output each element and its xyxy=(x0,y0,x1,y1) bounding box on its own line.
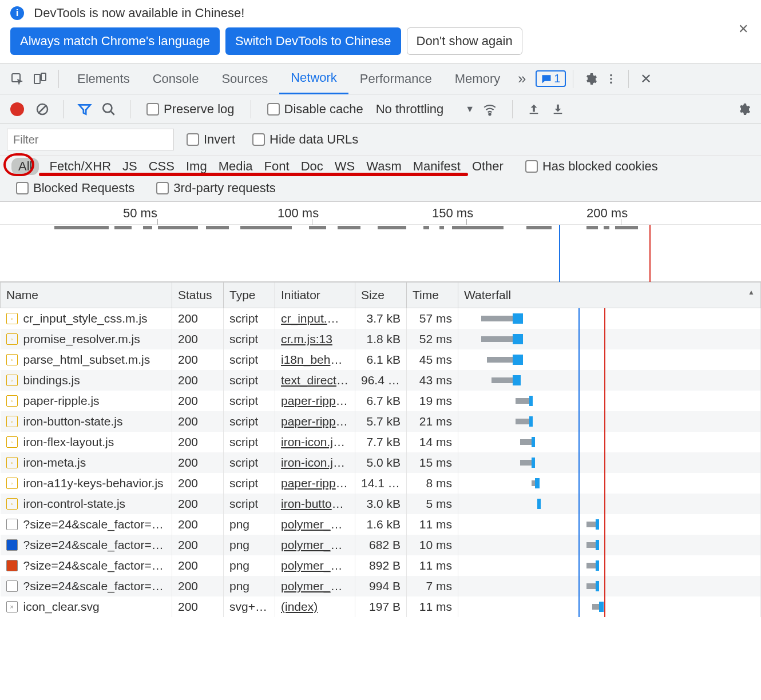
always-match-button[interactable]: Always match Chrome's language xyxy=(10,27,220,55)
col-status[interactable]: Status xyxy=(172,283,224,308)
console-message-badge[interactable]: 1 xyxy=(536,70,566,87)
hide-data-urls-checkbox[interactable]: Hide data URLs xyxy=(252,132,358,147)
tab-console[interactable]: Console xyxy=(141,63,211,94)
request-row[interactable]: ?size=24&scale_factor=…200pngpolymer_bu…… xyxy=(1,514,761,535)
initiator-link[interactable]: polymer_bu… xyxy=(281,579,355,592)
infobar-close-icon[interactable]: ✕ xyxy=(738,22,748,37)
request-status: 200 xyxy=(172,391,224,411)
filter-chip-media[interactable]: Media xyxy=(217,158,254,175)
clear-button[interactable] xyxy=(35,102,49,116)
request-size: 682 B xyxy=(355,535,407,555)
col-initiator[interactable]: Initiator xyxy=(275,283,355,308)
timeline-overview[interactable]: 50 ms100 ms150 ms200 ms xyxy=(0,202,761,282)
request-row[interactable]: ?size=24&scale_factor=…200pngpolymer_bu…… xyxy=(1,555,761,576)
col-size[interactable]: Size xyxy=(355,283,407,308)
col-type[interactable]: Type xyxy=(224,283,275,308)
export-har-icon[interactable] xyxy=(552,103,564,116)
request-status: 200 xyxy=(172,576,224,596)
dont-show-button[interactable]: Don't show again xyxy=(407,27,522,55)
request-row[interactable]: ◦iron-button-state.js200scriptpaper-ripp… xyxy=(1,411,761,432)
initiator-link[interactable]: paper-ripple… xyxy=(281,394,355,407)
waterfall-cell xyxy=(458,596,761,617)
initiator-link[interactable]: text_directio… xyxy=(281,373,355,387)
request-row[interactable]: ◦parse_html_subset.m.js200scripti18n_beh… xyxy=(1,349,761,370)
request-row[interactable]: ◦iron-meta.js200scriptiron-icon.js:135.0… xyxy=(1,452,761,473)
request-row[interactable]: ◦promise_resolver.m.js200scriptcr.m.js:1… xyxy=(1,329,761,349)
filter-chip-fetchxhr[interactable]: Fetch/XHR xyxy=(48,158,112,175)
request-row[interactable]: ×icon_clear.svg200svg+x…(index)197 B11 m… xyxy=(1,596,761,617)
search-icon[interactable] xyxy=(101,102,116,117)
request-row[interactable]: ◦iron-a11y-keys-behavior.js200scriptpape… xyxy=(1,473,761,494)
svg-point-10 xyxy=(489,113,491,115)
initiator-link[interactable]: polymer_bu… xyxy=(281,559,355,572)
initiator-link[interactable]: polymer_bu… xyxy=(281,538,355,551)
request-row[interactable]: ◦iron-flex-layout.js200scriptiron-icon.j… xyxy=(1,432,761,452)
file-type-icon: ◦ xyxy=(6,478,18,489)
filter-chip-wasm[interactable]: Wasm xyxy=(365,158,403,175)
filter-chip-font[interactable]: Font xyxy=(263,158,291,175)
initiator-link[interactable]: paper-ripple… xyxy=(281,476,355,490)
file-type-icon xyxy=(6,560,18,571)
has-blocked-cookies-checkbox[interactable]: Has blocked cookies xyxy=(525,159,658,174)
tabs-overflow-icon[interactable]: » xyxy=(512,70,532,88)
initiator-link[interactable]: iron-icon.js:11 xyxy=(281,435,355,448)
request-row[interactable]: ◦iron-control-state.js200scriptiron-butt… xyxy=(1,494,761,514)
network-settings-icon[interactable] xyxy=(737,102,751,116)
inspect-icon[interactable] xyxy=(7,69,27,89)
request-row[interactable]: ?size=24&scale_factor=…200pngpolymer_bu…… xyxy=(1,576,761,596)
initiator-link[interactable]: cr.m.js:13 xyxy=(281,332,332,345)
filter-chip-css[interactable]: CSS xyxy=(148,158,176,175)
third-party-checkbox[interactable]: 3rd-party requests xyxy=(156,181,276,196)
filter-chip-doc[interactable]: Doc xyxy=(300,158,324,175)
tab-sources[interactable]: Sources xyxy=(210,63,279,94)
initiator-link[interactable]: iron-icon.js:13 xyxy=(281,456,355,469)
import-har-icon[interactable] xyxy=(528,103,540,116)
filter-input[interactable] xyxy=(7,129,174,150)
request-row[interactable]: ?size=24&scale_factor=…200pngpolymer_bu…… xyxy=(1,535,761,555)
tab-memory[interactable]: Memory xyxy=(443,63,512,94)
initiator-link[interactable]: (index) xyxy=(281,600,318,613)
filter-chip-all[interactable]: All xyxy=(11,158,39,175)
filter-chip-img[interactable]: Img xyxy=(185,158,208,175)
request-status: 200 xyxy=(172,452,224,473)
request-type: script xyxy=(224,452,275,473)
initiator-link[interactable]: polymer_bu… xyxy=(281,518,355,531)
close-devtools-icon[interactable]: ✕ xyxy=(636,69,656,89)
settings-icon[interactable] xyxy=(580,69,601,89)
filter-chip-manifest[interactable]: Manifest xyxy=(412,158,462,175)
invert-checkbox[interactable]: Invert xyxy=(187,132,235,147)
record-button[interactable] xyxy=(10,102,24,116)
network-conditions-icon[interactable] xyxy=(482,102,497,117)
col-waterfall[interactable]: Waterfall xyxy=(458,283,761,308)
request-row[interactable]: ◦bindings.js200scripttext_directio…96.4 … xyxy=(1,370,761,391)
request-status: 200 xyxy=(172,349,224,370)
col-time[interactable]: Time xyxy=(407,283,458,308)
request-row[interactable]: ◦cr_input_style_css.m.js200scriptcr_inpu… xyxy=(1,308,761,329)
disable-cache-checkbox[interactable]: Disable cache xyxy=(267,102,363,117)
filter-row: Invert Hide data URLs xyxy=(0,124,761,156)
initiator-link[interactable]: cr_input.m.js… xyxy=(281,312,355,325)
preserve-log-checkbox[interactable]: Preserve log xyxy=(146,102,235,117)
throttling-select[interactable]: No throttling ▼ xyxy=(376,102,474,117)
request-name: iron-control-state.js xyxy=(23,497,126,511)
tab-elements[interactable]: Elements xyxy=(66,63,141,94)
initiator-link[interactable]: paper-ripple… xyxy=(281,415,355,428)
timeline-tick: 50 ms xyxy=(123,206,157,221)
tab-performance[interactable]: Performance xyxy=(348,63,443,94)
filter-chip-other[interactable]: Other xyxy=(471,158,505,175)
filter-toggle-icon[interactable] xyxy=(77,102,92,117)
device-toggle-icon[interactable] xyxy=(30,69,50,89)
filter-chip-ws[interactable]: WS xyxy=(334,158,356,175)
filter-chip-js[interactable]: JS xyxy=(121,158,138,175)
tab-network[interactable]: Network xyxy=(279,63,348,94)
request-row[interactable]: ◦paper-ripple.js200scriptpaper-ripple…6.… xyxy=(1,391,761,411)
initiator-link[interactable]: iron-button-… xyxy=(281,497,354,510)
blocked-requests-checkbox[interactable]: Blocked Requests xyxy=(16,181,134,196)
col-name[interactable]: Name xyxy=(1,283,172,308)
more-menu-icon[interactable] xyxy=(601,69,621,89)
switch-language-button[interactable]: Switch DevTools to Chinese xyxy=(225,27,401,55)
network-toolbar: Preserve log Disable cache No throttling… xyxy=(0,94,761,124)
request-name: iron-flex-layout.js xyxy=(23,435,114,449)
initiator-link[interactable]: i18n_behavi… xyxy=(281,353,355,366)
file-type-icon xyxy=(6,519,18,530)
